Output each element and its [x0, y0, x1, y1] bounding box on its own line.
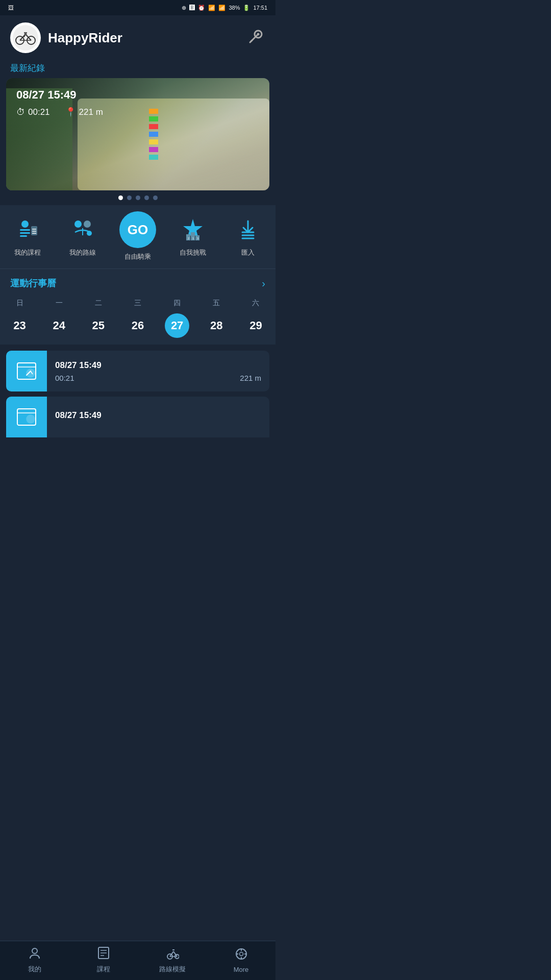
svg-point-7	[24, 33, 27, 36]
clock-icon: ⏱	[16, 107, 25, 117]
avatar[interactable]	[10, 22, 41, 53]
my-route-label: 我的路線	[69, 248, 96, 257]
time: 17:51	[253, 5, 267, 11]
action-free-ride[interactable]: GO 自由騎乘	[115, 215, 160, 261]
day-header-sat: 六	[236, 296, 276, 311]
record-distance-1: 221 m	[240, 374, 261, 382]
calendar-title: 運動行事曆	[10, 277, 56, 289]
svg-rect-13	[20, 232, 30, 234]
cal-date-28[interactable]: 28	[197, 311, 236, 345]
day-header-sun: 日	[0, 296, 39, 311]
status-right-icons: ⊕ 🅱 ⏰ 📶 📶 38% 🔋 17:51	[182, 5, 267, 11]
record-thumb-1	[6, 351, 47, 391]
app-name: HappyRider	[48, 30, 122, 46]
hero-distance: 📍 221 m	[65, 107, 103, 117]
battery-icon: 🔋	[243, 5, 250, 11]
challenge-icon-wrap: 2 1 3	[179, 215, 207, 244]
hero-duration: ⏱ 00:21	[16, 107, 50, 117]
signal-icon: 📶	[218, 5, 226, 11]
svg-point-38	[27, 415, 35, 423]
record-card-1[interactable]: 08/27 15:49 00:21 221 m	[6, 351, 269, 391]
settings-icon[interactable]	[247, 27, 265, 49]
record-thumb-2	[6, 397, 47, 437]
alarm-icon: ⏰	[198, 5, 205, 11]
header-left: HappyRider	[10, 22, 122, 53]
dot-3	[136, 195, 140, 200]
dot-1	[118, 195, 123, 200]
cal-date-23[interactable]: 23	[0, 311, 39, 345]
challenge-label: 自我挑戰	[180, 248, 206, 257]
status-bar: 🖼 ⊕ 🅱 ⏰ 📶 📶 38% 🔋 17:51	[0, 0, 276, 15]
go-circle[interactable]: GO	[119, 211, 156, 248]
calendar-section: 運動行事曆 › 日 一 二 三 四 五 六 23 24 25 26	[0, 269, 276, 345]
cal-date-26[interactable]: 26	[118, 311, 157, 345]
svg-point-22	[87, 231, 92, 236]
hero-content: 08/27 15:49 ⏱ 00:21 📍 221 m	[16, 88, 103, 117]
add-icon: ⊕	[182, 5, 186, 11]
svg-point-35	[27, 369, 35, 377]
record-info-1: 08/27 15:49 00:21 221 m	[47, 355, 269, 387]
my-route-icon-wrap	[68, 215, 97, 244]
day-header-fri: 五	[197, 296, 236, 311]
record-date-1: 08/27 15:49	[55, 360, 261, 371]
svg-point-11	[21, 220, 29, 228]
svg-rect-14	[20, 235, 27, 237]
calendar-dates: 23 24 25 26 27 28 29	[0, 311, 276, 345]
svg-rect-15	[31, 226, 37, 235]
calendar-day-headers: 日 一 二 三 四 五 六	[0, 296, 276, 311]
location-icon: 📍	[65, 107, 76, 117]
record-date-2: 08/27 15:49	[55, 410, 261, 421]
svg-rect-12	[20, 229, 30, 231]
hero-date: 08/27 15:49	[16, 88, 103, 102]
cal-date-25[interactable]: 25	[79, 311, 118, 345]
hero-stats: ⏱ 00:21 📍 221 m	[16, 107, 103, 117]
day-header-mon: 一	[39, 296, 79, 311]
svg-point-19	[74, 220, 82, 228]
content-scroll: 最新紀錄 08/27 15:49 ⏱ 00:21	[0, 60, 276, 484]
day-header-tue: 二	[79, 296, 118, 311]
bluetooth-icon: 🅱	[189, 5, 195, 11]
cal-date-27[interactable]: 27	[158, 311, 197, 345]
carousel-dots	[0, 190, 276, 205]
app-header: HappyRider	[0, 15, 276, 60]
import-label: 匯入	[241, 248, 255, 257]
battery-percent: 38%	[229, 5, 240, 11]
wifi-icon: 📶	[208, 5, 215, 11]
status-left-icon: 🖼	[8, 5, 14, 11]
dot-2	[127, 195, 132, 200]
action-my-course[interactable]: 我的課程	[5, 215, 50, 257]
import-icon-wrap	[234, 215, 262, 244]
calendar-header: 運動行事曆 ›	[0, 277, 276, 296]
hero-card[interactable]: 08/27 15:49 ⏱ 00:21 📍 221 m	[6, 78, 269, 190]
dot-5	[153, 195, 158, 200]
free-ride-label: 自由騎乘	[124, 252, 151, 261]
record-stats-1: 00:21 221 m	[55, 374, 261, 382]
cal-date-29[interactable]: 29	[236, 311, 276, 345]
records-section: 08/27 15:49 00:21 221 m 08/27 15:49	[0, 345, 276, 444]
my-course-label: 我的課程	[14, 248, 41, 257]
day-header-thu: 四	[158, 296, 197, 311]
action-import[interactable]: 匯入	[226, 215, 270, 257]
latest-record-label: 最新紀錄	[0, 60, 276, 78]
record-duration-1: 00:21	[55, 374, 74, 382]
svg-point-10	[257, 33, 260, 35]
svg-point-20	[84, 220, 91, 228]
record-info-2: 08/27 15:49	[47, 405, 269, 429]
dot-4	[144, 195, 149, 200]
action-challenge[interactable]: 2 1 3 自我挑戰	[170, 215, 215, 257]
cal-date-24[interactable]: 24	[39, 311, 79, 345]
action-my-route[interactable]: 我的路線	[60, 215, 105, 257]
quick-actions: 我的課程 我的路線 GO 自由騎乘	[0, 205, 276, 268]
calendar-arrow-icon[interactable]: ›	[262, 278, 265, 289]
my-course-icon-wrap	[13, 215, 42, 244]
record-card-2[interactable]: 08/27 15:49	[6, 397, 269, 437]
day-header-wed: 三	[118, 296, 157, 311]
